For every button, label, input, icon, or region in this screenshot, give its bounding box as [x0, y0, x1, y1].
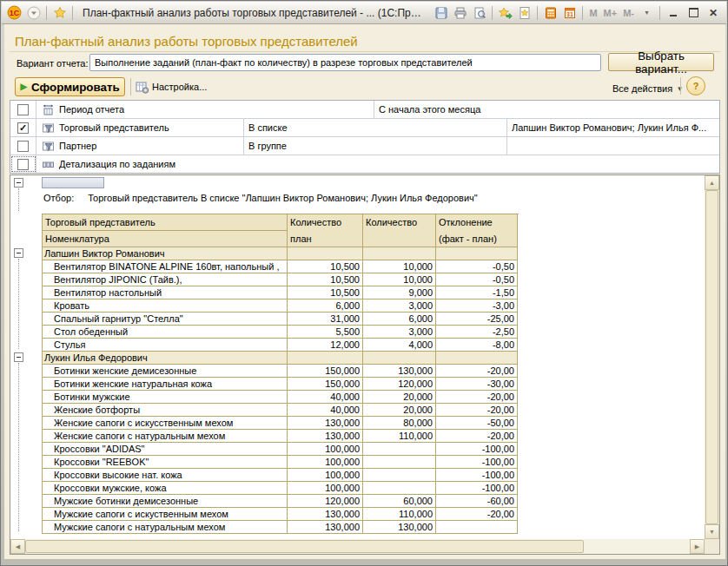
filter-value-cell[interactable]: С начала этого месяца [374, 101, 719, 118]
report-row[interactable]: Кроссовки "ADIDAS"100,000-100,00 [43, 443, 519, 456]
group-collapse-button[interactable] [14, 352, 23, 362]
report-fact-value [363, 469, 436, 482]
report-fact-value: 3,000 [363, 326, 436, 339]
report-row[interactable]: Кровать6,0003,000-3,00 [43, 299, 519, 313]
report-row[interactable]: Вентилятор JIPONIC (Тайв.),10,50010,000-… [43, 273, 519, 286]
report-group-row[interactable]: Лукин Илья Федорович [43, 352, 519, 365]
page-title: План-фактный анализ работы торговых пред… [15, 34, 358, 49]
horizontal-scroll-thumb[interactable] [25, 540, 584, 553]
report-row[interactable]: Ботинки женские натуральная кожа150,0001… [43, 378, 519, 391]
vertical-scrollbar[interactable]: ▲ ▼ [705, 175, 719, 539]
report-row[interactable]: Вентилятор настольный10,5009,000-1,50 [43, 286, 519, 299]
header-col-quantity-fact[interactable]: Количество [363, 214, 436, 247]
minimize-button[interactable] [665, 5, 682, 21]
report-row[interactable]: Вентилятор BINATONE ALPINE 160вт, наполь… [43, 260, 519, 273]
report-plan-value: 100,000 [288, 456, 363, 469]
header-col-deviation[interactable]: Отклонение (факт - план) [436, 214, 518, 247]
filter-checkbox[interactable] [17, 159, 29, 170]
filter-checkbox[interactable]: ✓ [17, 122, 29, 134]
memory-m-button[interactable]: M [587, 8, 599, 18]
report-row[interactable]: Женские ботфорты40,00020,000-20,00 [43, 404, 519, 417]
header-col-grouping[interactable]: Торговый представитель Номенклатура [43, 214, 288, 247]
filter-name-cell[interactable]: Период отчета [36, 101, 374, 118]
calculator-icon[interactable] [542, 4, 559, 21]
variant-input[interactable] [89, 54, 601, 71]
add-to-favorites-icon[interactable] [497, 4, 513, 21]
horizontal-scrollbar[interactable]: ◀ ▶ [10, 539, 705, 554]
report-fact-value: 6,000 [363, 313, 436, 326]
maximize-icon [689, 8, 698, 17]
header-nomenclature: Номенклатура [43, 231, 287, 247]
report-row[interactable]: Ботинки женские демисезонные150,000130,0… [43, 365, 519, 378]
report-item-name: Ботинки женские натуральная кожа [43, 378, 288, 391]
close-button[interactable]: ✕ [705, 5, 722, 21]
save-icon[interactable] [433, 4, 449, 21]
report-row[interactable]: Мужские ботинки демисезонные120,00060,00… [43, 495, 519, 508]
titlebar-separator [659, 6, 660, 20]
group-outline-line [18, 259, 19, 349]
filter-checkbox[interactable] [17, 141, 29, 152]
report-group-row[interactable]: Лапшин Виктор Романович [43, 247, 519, 260]
choose-variant-button[interactable]: Выбрать вариант... [608, 53, 714, 71]
report-row[interactable]: Кроссовки мужские, кожа100,000-100,00 [43, 482, 519, 495]
filter-condition-cell[interactable]: В группе [244, 137, 507, 155]
calendar-icon[interactable]: 31 [561, 4, 578, 21]
filter-value-cell[interactable]: Лапшин Виктор Романович; Лукин Илья Ф... [507, 119, 719, 136]
vertical-scroll-thumb[interactable] [705, 190, 718, 524]
group-deviation-cell [436, 247, 518, 260]
group-plan-cell [288, 247, 363, 260]
toolbar-separator [680, 77, 681, 95]
filter-checkbox-cell[interactable]: ✓ [10, 119, 36, 136]
filter-condition-cell[interactable]: В списке [244, 119, 507, 136]
report-fact-value [363, 443, 436, 456]
scroll-right-button[interactable]: ▶ [690, 539, 705, 554]
memory-m-minus-button[interactable]: M- [621, 8, 636, 18]
report-row[interactable]: Кроссовки "REEBOK"100,000-100,00 [43, 456, 519, 469]
report-row[interactable]: Мужские сапоги с искуственным мехом130,0… [43, 508, 519, 521]
report-fact-value: 130,000 [363, 365, 436, 378]
variant-label: Вариант отчета: [17, 58, 89, 69]
report-row[interactable]: Ботинки мужские40,00020,000-20,00 [43, 391, 519, 404]
maximize-button[interactable] [685, 5, 702, 21]
scroll-down-button[interactable]: ▼ [705, 524, 719, 539]
report-plan-value: 100,000 [288, 482, 363, 495]
toolbar-overflow-icon[interactable]: ▾ [639, 4, 655, 21]
favorites-star-icon[interactable] [51, 4, 68, 21]
filter-name-cell[interactable]: Партнер [36, 137, 244, 155]
favorites-page-icon[interactable] [516, 4, 533, 21]
filter-checkbox-cell[interactable] [10, 155, 36, 173]
1c-logo-icon[interactable]: 1С [6, 4, 23, 21]
group-collapse-button[interactable] [14, 178, 23, 188]
scroll-left-button[interactable]: ◀ [10, 539, 25, 554]
report-row[interactable]: Мужские сапоги с натуральным мехом130,00… [43, 521, 519, 534]
report-item-name: Кроссовки мужские, кожа [43, 482, 288, 495]
filter-name-cell[interactable]: Детализация по заданиям [36, 155, 719, 173]
generate-report-button[interactable]: ▶ Сформировать [15, 77, 125, 96]
report-item-name: Женские сапоги с искусственным мехом [43, 417, 288, 430]
report-row[interactable]: Женские сапоги с искусственным мехом130,… [43, 417, 519, 430]
all-actions-button[interactable]: Все действия ▾ [612, 80, 682, 97]
scroll-up-button[interactable]: ▲ [705, 175, 719, 190]
active-cell-cursor[interactable] [42, 177, 104, 188]
memory-m-plus-button[interactable]: M+ [602, 8, 619, 18]
filter-checkbox-cell[interactable] [10, 101, 36, 118]
print-preview-icon[interactable] [471, 4, 487, 21]
filter-checkbox[interactable] [17, 104, 29, 115]
header-deviation-line1: Отклонение [436, 214, 517, 231]
group-collapse-button[interactable] [14, 248, 23, 258]
system-menu-dropdown-icon[interactable] [25, 4, 42, 21]
spreadsheet[interactable]: Отбор:Торговый представитель В списке "Л… [42, 175, 705, 539]
report-row[interactable]: Спальный гарнитур "Стелла"31,0006,000-25… [43, 313, 519, 326]
filter-value-cell[interactable] [507, 137, 719, 155]
report-row[interactable]: Стол обеденный5,5003,000-2,50 [43, 326, 519, 339]
report-row[interactable]: Стулья12,0004,000-8,00 [43, 339, 519, 352]
filter-checkbox-cell[interactable] [10, 137, 36, 155]
header-col-quantity-plan[interactable]: Количество план [288, 214, 363, 247]
help-button[interactable]: ? [686, 76, 705, 95]
filter-name-cell[interactable]: Торговый представитель [36, 119, 244, 136]
settings-button[interactable]: Настройка... [136, 78, 207, 95]
print-icon[interactable] [452, 4, 468, 21]
report-row[interactable]: Кроссовки высокие нат. кожа100,000-100,0… [43, 469, 519, 482]
report-row[interactable]: Женские сапоги с натуральным мехом130,00… [43, 430, 519, 443]
calendar-day-text: 31 [566, 11, 573, 17]
